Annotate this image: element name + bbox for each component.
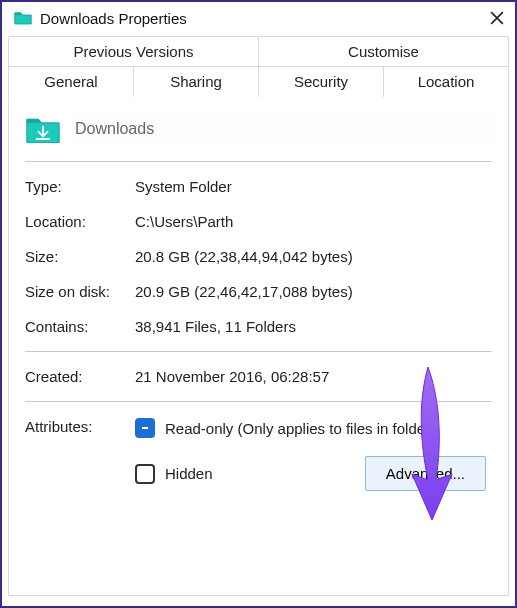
value-type: System Folder [135,178,492,195]
close-icon[interactable] [485,6,509,30]
label-contains: Contains: [25,318,135,335]
value-location: C:\Users\Parth [135,213,492,230]
label-size: Size: [25,248,135,265]
title-bar: Downloads Properties [2,2,515,32]
tab-security[interactable]: Security [259,67,384,97]
label-attributes: Attributes: [25,418,135,435]
folder-icon-small [14,9,32,27]
tab-customise[interactable]: Customise [259,36,509,66]
tab-general[interactable]: General [8,67,134,97]
label-type: Type: [25,178,135,195]
checkbox-readonly[interactable] [135,418,155,438]
label-readonly: Read-only (Only applies to files in fold… [165,420,435,437]
tab-sharing[interactable]: Sharing [134,67,259,97]
label-created: Created: [25,368,135,385]
value-size: 20.8 GB (22,38,44,94,042 bytes) [135,248,492,265]
advanced-button[interactable]: Advanced... [365,456,486,491]
tab-previous-versions[interactable]: Previous Versions [8,36,259,66]
folder-name-input[interactable] [71,114,492,145]
label-hidden: Hidden [165,465,213,482]
label-size-on-disk: Size on disk: [25,283,135,300]
tab-location[interactable]: Location [384,67,509,97]
window-title: Downloads Properties [40,10,485,27]
tabs: Previous Versions Customise General Shar… [2,32,515,596]
value-size-on-disk: 20.9 GB (22,46,42,17,088 bytes) [135,283,492,300]
svg-rect-0 [142,427,148,429]
value-contains: 38,941 Files, 11 Folders [135,318,492,335]
checkbox-hidden[interactable] [135,464,155,484]
value-created: 21 November 2016, 06:28:57 [135,368,492,385]
label-location: Location: [25,213,135,230]
downloads-folder-icon [25,115,61,145]
general-panel: Type: System Folder Location: C:\Users\P… [8,96,509,596]
